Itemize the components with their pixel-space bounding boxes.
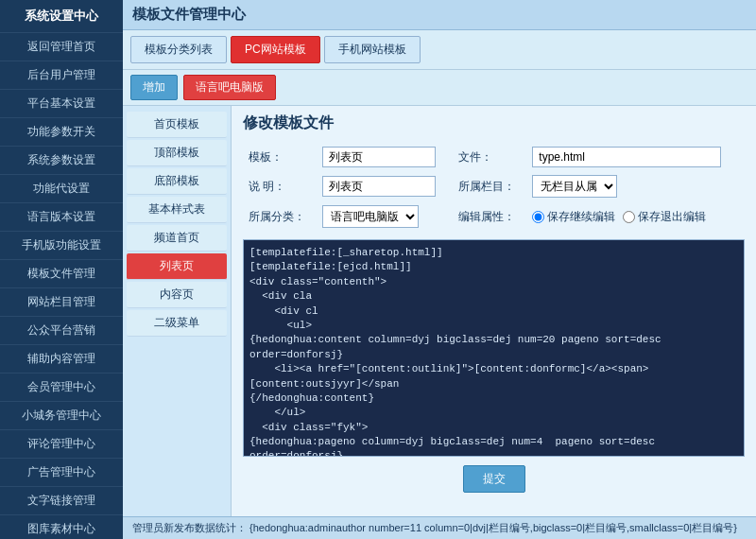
lang-button[interactable]: 语言吧电脑版 [183,75,276,100]
sidebar-item-reviews[interactable]: 评论管理中心 [0,430,123,459]
nav-footer[interactable]: 底部模板 [127,168,227,195]
two-col-layout: 首页模板 顶部模板 底部模板 基本样式表 频道首页 列表页 内容页 二级菜单 修… [123,106,756,516]
sidebar-item-columns[interactable]: 网站栏目管理 [0,288,123,317]
tab-pc-template[interactable]: PC网站模板 [231,36,320,63]
form-table: 模板： 文件： 说 明： 所属栏目： [243,143,745,232]
right-content: 修改模板文件 模板： 文件： 说 明： [232,106,756,516]
template-input[interactable] [322,147,436,167]
nav-contentpage[interactable]: 内容页 [127,282,227,308]
edit-mode-radios: 保存继续编辑 保存退出编辑 [532,209,739,225]
tab-mobile-template[interactable]: 手机网站模板 [324,36,421,63]
sidebar-item-wechat[interactable]: 公众平台营销 [0,317,123,345]
column-label: 所属栏目： [453,171,526,201]
sidebar-header: 系统设置中心 [0,0,123,33]
file-input[interactable] [532,147,721,167]
desc-input[interactable] [322,176,436,197]
sidebar-item-features[interactable]: 功能参数开关 [0,118,123,147]
sidebar-item-sysparams[interactable]: 系统参数设置 [0,147,123,175]
submit-button[interactable]: 提交 [463,465,525,493]
sidebar-item-aux[interactable]: 辅助内容管理 [0,345,123,374]
template-label: 模板： [243,143,317,171]
tab-template-list[interactable]: 模板分类列表 [130,36,227,63]
sidebar-item-templates[interactable]: 模板文件管理 [0,260,123,288]
sidebar-item-members[interactable]: 会员管理中心 [0,374,123,402]
edit-mode-label: 编辑属性： [453,201,526,232]
desc-label: 说 明： [243,171,317,201]
bottom-bar: 管理员新发布数据统计： {hedonghua:adminauthor numbe… [123,516,756,539]
content-area: 模板文件管理中心 模板分类列表 PC网站模板 手机网站模板 增加 语言吧电脑版 … [123,0,756,539]
nav-listpage[interactable]: 列表页 [127,253,227,280]
top-tabs: 模板分类列表 PC网站模板 手机网站模板 [123,30,756,70]
file-label: 文件： [453,143,526,171]
sidebar-item-back[interactable]: 返回管理首页 [0,33,123,61]
add-button[interactable]: 增加 [130,75,178,100]
sidebar-item-gallery[interactable]: 图库素材中心 [0,515,123,539]
nav-stylesheet[interactable]: 基本样式表 [127,197,227,223]
radio-continue[interactable]: 保存继续编辑 [532,209,615,225]
sidebar-item-ads[interactable]: 广告管理中心 [0,459,123,487]
action-row: 增加 语言吧电脑版 [123,70,756,106]
code-editor[interactable]: [templatefile:[_sharetop.html]] [templat… [243,239,745,457]
category-label: 所属分类： [243,201,317,232]
nav-channel[interactable]: 频道首页 [127,225,227,252]
sidebar-item-users[interactable]: 后台用户管理 [0,61,123,90]
sidebar-item-langver[interactable]: 语言版本设置 [0,203,123,232]
sidebar-item-city[interactable]: 小城务管理中心 [0,402,123,430]
bottom-bar-label: 管理员新发布数据统计： [132,522,247,533]
left-nav: 首页模板 顶部模板 底部模板 基本样式表 频道首页 列表页 内容页 二级菜单 [123,106,232,516]
category-select[interactable]: 语言吧电脑版 [322,205,419,228]
page-title: 模板文件管理中心 [123,0,756,30]
sidebar-item-funcset[interactable]: 功能代设置 [0,175,123,203]
sidebar-item-mobile[interactable]: 手机版功能设置 [0,232,123,260]
sidebar-item-textlinks[interactable]: 文字链接管理 [0,487,123,515]
section-title: 修改模板文件 [243,113,745,133]
column-select[interactable]: 无栏目从属 [532,175,617,198]
nav-submenu[interactable]: 二级菜单 [127,310,227,337]
nav-homepage[interactable]: 首页模板 [127,112,227,138]
sidebar-item-platform[interactable]: 平台基本设置 [0,90,123,118]
radio-exit[interactable]: 保存退出编辑 [623,209,706,225]
nav-header[interactable]: 顶部模板 [127,140,227,166]
sidebar: 系统设置中心 返回管理首页 后台用户管理 平台基本设置 功能参数开关 系统参数设… [0,0,123,539]
bottom-bar-content: {hedonghua:adminauthor number=11 column=… [249,522,737,533]
